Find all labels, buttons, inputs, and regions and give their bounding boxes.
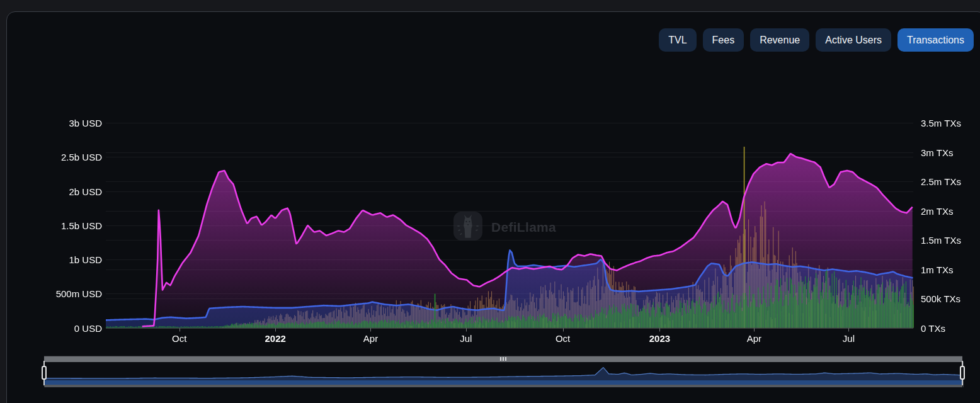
y-axis-left-label: 500m USD	[0, 288, 102, 299]
toggle-button-active-users[interactable]: Active Users	[816, 28, 891, 52]
toggle-button-fees[interactable]: Fees	[703, 28, 744, 52]
brush-handle-right-stem	[962, 361, 963, 366]
x-axis-tick-label: Apr	[345, 333, 396, 344]
y-axis-left-label: 1b USD	[0, 254, 102, 265]
y-axis-right-label: 3.5m TXs	[921, 118, 961, 128]
toggle-button-transactions[interactable]: Transactions	[897, 28, 974, 52]
y-axis-left-label: 0 USD	[0, 322, 102, 333]
y-axis-right-label: 500k TXs	[921, 293, 960, 304]
y-axis-left-label: 2b USD	[0, 186, 102, 196]
y-axis-right-label: 2.5m TXs	[921, 176, 961, 187]
brush-handle-left-stem	[43, 380, 45, 385]
x-axis-tick-label: Apr	[729, 333, 779, 344]
x-axis-tick-label: Oct	[154, 333, 205, 344]
y-axis-left-label: 2.5b USD	[0, 152, 102, 162]
brush-handle-left-stem	[43, 361, 45, 366]
y-axis-right-label: 3m TXs	[921, 147, 953, 157]
toggle-button-revenue[interactable]: Revenue	[750, 28, 809, 52]
brush-zoom-track[interactable]	[44, 356, 962, 362]
brush-handle-left[interactable]	[42, 366, 47, 380]
y-axis-right-label: 1.5m TXs	[921, 235, 961, 246]
defillama-chart-page: TVLFeesRevenueActive UsersTransactions 3…	[0, 0, 980, 403]
x-axis-tick-label: Jul	[823, 333, 874, 344]
y-axis-right-label: 2m TXs	[921, 205, 953, 216]
x-axis-tick-label: Oct	[538, 333, 588, 344]
x-axis-tick-label: 2023	[634, 333, 685, 344]
x-axis-tick-label: 2022	[250, 333, 300, 344]
y-axis-left-label: 3b USD	[0, 118, 102, 128]
brush-handle-right-stem	[962, 380, 963, 385]
x-axis-tick-label: Jul	[441, 333, 491, 344]
y-axis-right-label: 1m TXs	[921, 264, 953, 275]
brush-mini-chart[interactable]	[44, 361, 964, 387]
brush-grip-icon[interactable]	[500, 357, 506, 361]
y-axis-right-label: 0 TXs	[921, 322, 945, 333]
metric-toggle-toolbar: TVLFeesRevenueActive UsersTransactions	[659, 28, 974, 52]
brush-handle-right[interactable]	[960, 366, 965, 380]
y-axis-left-label: 1.5b USD	[0, 220, 102, 230]
toggle-button-tvl[interactable]: TVL	[659, 28, 696, 52]
